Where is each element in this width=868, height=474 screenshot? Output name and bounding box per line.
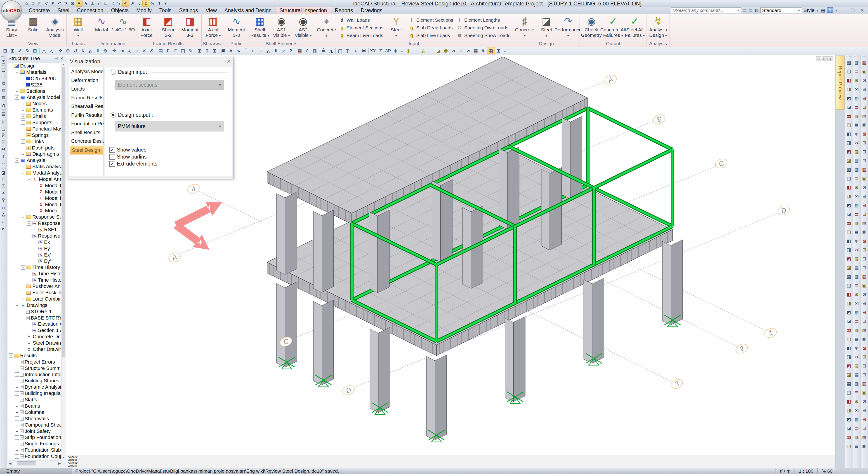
- mass-icon[interactable]: ◮: [327, 47, 335, 54]
- tree-item[interactable]: +Dynamic Analysis: [8, 384, 62, 390]
- analysis-model-button[interactable]: ◈AnalysisModel: [44, 14, 66, 41]
- undo-icon[interactable]: ↶: [56, 0, 62, 6]
- tree-item[interactable]: ΣModal E4: [8, 201, 62, 208]
- dimension-icon[interactable]: ⇞: [272, 47, 279, 54]
- panel-icon[interactable]: ◪: [845, 210, 852, 219]
- tree-item[interactable]: +Single Footings: [8, 441, 62, 447]
- move-icon[interactable]: ✛: [57, 47, 64, 54]
- tree-item[interactable]: +Shearwalls: [8, 415, 62, 422]
- panel-icon[interactable]: ◧: [845, 397, 852, 406]
- expand-icon[interactable]: +: [15, 416, 19, 421]
- design-table-icon[interactable]: ▦: [487, 47, 495, 55]
- key-icon[interactable]: ⚲: [0, 196, 6, 203]
- checked-checkbox[interactable]: ✓: [110, 147, 115, 153]
- chart-icon[interactable]: ⊿: [133, 47, 141, 54]
- center-icon[interactable]: ⊛: [101, 47, 109, 54]
- panel-icon[interactable]: ⋈: [853, 85, 860, 94]
- panel-icon[interactable]: ▨: [853, 201, 860, 210]
- cloud-icon[interactable]: ◌: [257, 47, 265, 54]
- panel-icon[interactable]: ◪: [845, 317, 852, 326]
- panel-icon[interactable]: ◨: [845, 299, 852, 308]
- panel-icon[interactable]: ▧: [861, 272, 868, 281]
- panel-icon[interactable]: ⋈: [853, 352, 860, 362]
- vis-nav-shell-results[interactable]: Shell Results: [69, 128, 103, 137]
- tree-item[interactable]: +Static Analysis: [8, 164, 62, 170]
- tree-item[interactable]: +Sections: [8, 88, 62, 94]
- panel-icon[interactable]: ◩: [845, 147, 852, 156]
- rotate-3d-icon[interactable]: ⇗: [279, 47, 287, 54]
- slab-live-loads-item[interactable]: qSlab Live Loads: [409, 32, 453, 39]
- boundary-icon[interactable]: ◳: [0, 58, 6, 65]
- panel-icon[interactable]: ▣: [861, 228, 868, 237]
- panel-icon[interactable]: ▨: [853, 308, 860, 317]
- panel-icon[interactable]: ◩: [845, 94, 852, 103]
- panel-icon[interactable]: ▨: [853, 361, 860, 370]
- panel-icon[interactable]: ▥: [853, 379, 860, 388]
- copy-props-icon[interactable]: ❐: [0, 73, 6, 80]
- wall-loads-button[interactable]: ▦Wall▾: [67, 14, 89, 41]
- tree-item[interactable]: −≣Drawings: [8, 302, 62, 308]
- panel-icon[interactable]: ⊕: [853, 76, 860, 85]
- save-icon[interactable]: ▽: [43, 0, 49, 6]
- search-dropdown-icon[interactable]: ▼: [737, 8, 740, 12]
- quick-analysis-icon[interactable]: ↯: [156, 0, 162, 6]
- panel-icon[interactable]: ▣: [861, 281, 868, 290]
- panel-icon[interactable]: ⊕: [853, 290, 860, 299]
- tree-item[interactable]: −ΣModal Analysis: [8, 176, 62, 182]
- tree-item[interactable]: −▦Analysis Model: [8, 94, 62, 101]
- vis-nav-shearwall-res-[interactable]: Shearwall Res...: [69, 102, 103, 111]
- tree-item[interactable]: ≣Other Drawings: [8, 346, 62, 352]
- copy-objects-icon[interactable]: ❏: [0, 66, 6, 73]
- tree-item[interactable]: ∿Time History Functions: [8, 271, 62, 277]
- command-search-box[interactable]: ▼: [671, 7, 741, 13]
- close-button[interactable]: ✕: [858, 7, 866, 13]
- tree-item[interactable]: +Joint Safety: [8, 428, 62, 435]
- toolbar-overflow-icon[interactable]: ⌄: [401, 49, 403, 53]
- tree-item[interactable]: −Materials: [8, 69, 62, 75]
- tree-vertical-scrollbar[interactable]: ▲ ▼: [61, 63, 66, 460]
- snap-perpendicular-icon[interactable]: ⊥: [90, 0, 96, 6]
- panel-icon[interactable]: ▧: [861, 111, 868, 121]
- panel-icon[interactable]: ▥: [853, 433, 860, 442]
- search-icon[interactable]: ⌕: [0, 218, 6, 225]
- design-grid-icon[interactable]: ⊞: [495, 47, 502, 54]
- panel-icon[interactable]: ⊞: [861, 192, 868, 201]
- nodes-icon[interactable]: ⁙: [0, 161, 6, 168]
- paste-ref-icon[interactable]: ⎘: [0, 139, 6, 146]
- panel-icon[interactable]: ⊞: [861, 85, 868, 94]
- steel-input-button[interactable]: YSteel▾: [385, 14, 407, 41]
- panel-icon[interactable]: ⊡: [861, 370, 868, 379]
- minimize-button[interactable]: —: [839, 7, 847, 13]
- tree-item[interactable]: ∿Elevation G1 / G1: [8, 321, 62, 328]
- panel-icon[interactable]: ⊟: [861, 94, 868, 103]
- sketch-icon[interactable]: ✐: [122, 0, 129, 6]
- menu-tab-connection[interactable]: Connection: [73, 7, 107, 14]
- panel-icon[interactable]: ▦: [845, 218, 852, 228]
- steel-all-failures-button[interactable]: ✓Steel AllFailures ▾: [624, 14, 646, 41]
- tree-horizontal-scrollbar[interactable]: ◀ ▶: [8, 461, 62, 466]
- panel-icon[interactable]: ⊡: [861, 317, 868, 326]
- tree-item[interactable]: Structure Summary: [8, 365, 62, 371]
- panel-icon[interactable]: ⋈: [853, 192, 860, 201]
- panel-icon[interactable]: ◫: [845, 174, 852, 183]
- tree-item[interactable]: −BASE STORY: [8, 315, 62, 321]
- tree-item[interactable]: +Shells: [8, 113, 62, 120]
- tree-hscroll-thumb[interactable]: [17, 461, 35, 466]
- panel-icon[interactable]: ◩: [845, 361, 852, 370]
- design-input-radio[interactable]: [111, 70, 116, 75]
- expand-icon[interactable]: +: [15, 398, 19, 402]
- panel-icon[interactable]: ◧: [845, 76, 852, 85]
- scroll-down-icon[interactable]: ▼: [61, 456, 65, 460]
- redo-icon[interactable]: ↷: [63, 0, 69, 6]
- collapse-icon[interactable]: −: [21, 265, 25, 270]
- panel-icon[interactable]: ▥: [853, 58, 860, 67]
- panel-icon[interactable]: ⊟: [861, 147, 868, 156]
- panel-icon[interactable]: ▤: [853, 370, 860, 379]
- tree-scroll-thumb[interactable]: [62, 68, 65, 357]
- as1-visible-button[interactable]: ◉AS1Visible ▾: [271, 14, 292, 41]
- beam-live-loads-item[interactable]: qBeam Live Loads: [339, 32, 383, 39]
- viewport-button-2[interactable]: N: [822, 56, 827, 61]
- expand-icon[interactable]: +: [21, 108, 25, 112]
- sheeting-own-loads-item[interactable]: ∷Sheeting Own Loads: [457, 25, 510, 31]
- vis-nav-concrete-desi-[interactable]: Concrete Desi...: [69, 137, 103, 146]
